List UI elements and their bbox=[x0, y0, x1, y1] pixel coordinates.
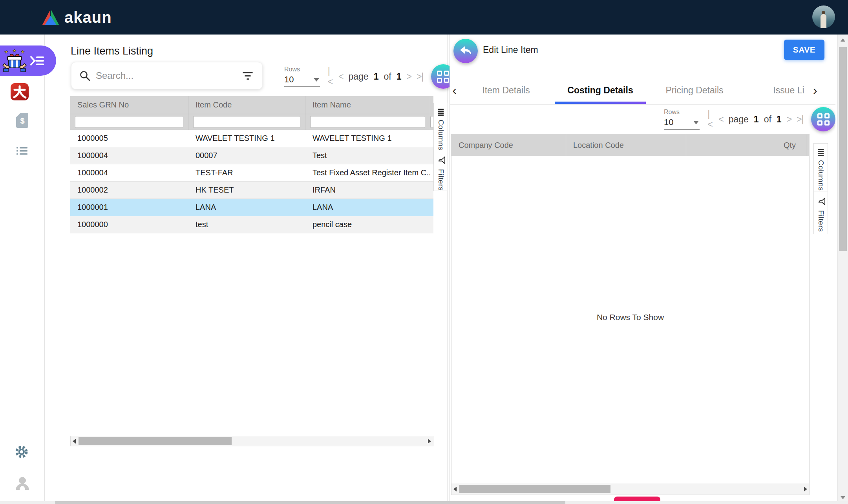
filters-tool-tab[interactable]: Filters bbox=[433, 150, 448, 191]
total-pages: 1 bbox=[777, 114, 782, 125]
gear-icon bbox=[15, 445, 29, 459]
tabs-scroll-right[interactable]: › bbox=[805, 77, 835, 103]
scroll-left-arrow[interactable] bbox=[73, 439, 76, 444]
settings-gear-icon[interactable] bbox=[15, 445, 29, 459]
next-page-button[interactable]: > bbox=[406, 71, 411, 82]
total-pages: 1 bbox=[397, 71, 402, 82]
first-page-button[interactable]: |< bbox=[707, 109, 713, 130]
filter-input-sales-grn-no[interactable] bbox=[75, 116, 183, 128]
search-filter-icon[interactable] bbox=[241, 71, 254, 81]
tab-costing-details[interactable]: Costing Details bbox=[553, 76, 647, 104]
sidebar-item-gift-active[interactable]: ★ ★ ★ bbox=[0, 45, 56, 76]
column-header-overflow bbox=[430, 96, 433, 114]
svg-text:$: $ bbox=[20, 116, 24, 125]
table-header-row: Sales GRN No Item Code Item Name bbox=[70, 96, 433, 114]
left-pagination: Rows 10 |< < page 1 of 1 > >| bbox=[284, 64, 455, 89]
right-horizontal-scrollbar[interactable] bbox=[451, 484, 809, 495]
last-page-button[interactable]: >| bbox=[797, 114, 803, 125]
line-items-table: Sales GRN No Item Code Item Name 1000005… bbox=[70, 96, 433, 233]
akaun-triangle-icon bbox=[42, 9, 60, 25]
svg-text:★: ★ bbox=[4, 49, 8, 54]
right-pagination: Rows 10 |< < page 1 of 1 > >| bbox=[664, 107, 835, 131]
search-bar bbox=[71, 62, 263, 89]
table-header-row: Company Code Location Code Qty bbox=[451, 135, 809, 156]
rows-value: 10 bbox=[284, 75, 294, 85]
cjk-character-icon bbox=[12, 84, 27, 99]
table-row-selected[interactable]: 1000001 LANA LANA bbox=[70, 199, 433, 216]
scroll-up-arrow[interactable] bbox=[841, 38, 845, 42]
scroll-left-arrow[interactable] bbox=[453, 487, 457, 491]
rows-per-page-select[interactable]: Rows 10 bbox=[284, 66, 320, 87]
back-button[interactable] bbox=[453, 39, 478, 63]
app-sidebar bbox=[0, 35, 45, 504]
right-grid-side-tabs: Columns Filters bbox=[813, 143, 828, 234]
table-row[interactable]: 1000004 00007 Test bbox=[70, 147, 433, 164]
costing-details-grid: Company Code Location Code Qty No Rows T… bbox=[451, 134, 810, 495]
prev-page-button[interactable]: < bbox=[338, 71, 343, 82]
first-page-button[interactable]: |< bbox=[328, 66, 333, 87]
column-header-item-code[interactable]: Item Code bbox=[188, 96, 305, 114]
filter-input-item-code[interactable] bbox=[193, 116, 300, 128]
detail-tabs: ‹ Item Details Costing Details Pricing D… bbox=[450, 76, 835, 105]
filter-input-item-name[interactable] bbox=[310, 116, 425, 128]
user-avatar[interactable] bbox=[812, 5, 835, 28]
person-icon bbox=[15, 477, 29, 490]
column-header-location-code[interactable]: Location Code bbox=[566, 135, 686, 156]
filters-tool-tab[interactable]: Filters bbox=[813, 191, 828, 234]
empty-state-message: No Rows To Show bbox=[451, 313, 809, 322]
window-horizontal-scrollbar[interactable] bbox=[0, 501, 848, 504]
sidebar-item-red-app[interactable] bbox=[11, 83, 29, 100]
next-page-button[interactable]: > bbox=[787, 114, 791, 125]
search-input[interactable] bbox=[95, 70, 241, 82]
scroll-right-arrow[interactable] bbox=[428, 439, 431, 444]
tabs-scroll-left[interactable]: ‹ bbox=[450, 76, 459, 104]
column-header-sales-grn-no[interactable]: Sales GRN No bbox=[70, 96, 188, 114]
prev-page-button[interactable]: < bbox=[718, 114, 723, 125]
edit-line-item-panel: Edit Line Item SAVE ‹ Item Details Costi… bbox=[450, 35, 835, 504]
grid-menu-button[interactable] bbox=[811, 107, 835, 131]
svg-text:★: ★ bbox=[13, 49, 16, 53]
columns-tool-tab[interactable]: Columns bbox=[813, 143, 828, 191]
tab-pricing-details[interactable]: Pricing Details bbox=[647, 76, 742, 104]
columns-icon bbox=[438, 109, 444, 116]
last-page-button[interactable]: >| bbox=[417, 71, 423, 82]
column-header-qty[interactable]: Qty bbox=[686, 135, 806, 156]
line-items-listing-panel: Line Items Listing Rows 10 |< < page bbox=[69, 35, 448, 504]
table-body: 1000005 WAVELET TESTING 1 WAVELET TESTIN… bbox=[70, 130, 433, 233]
app-root: akaun ★ ★ ★ bbox=[0, 0, 848, 504]
sidebar-item-list[interactable] bbox=[16, 147, 27, 155]
scrollbar-thumb[interactable] bbox=[55, 501, 565, 504]
left-horizontal-scrollbar[interactable] bbox=[70, 436, 433, 446]
tab-item-details[interactable]: Item Details bbox=[459, 76, 553, 104]
table-row[interactable]: 1000002 HK TESET IRFAN bbox=[70, 182, 433, 199]
dollar-file-icon: $ bbox=[16, 113, 29, 128]
scroll-down-arrow[interactable] bbox=[841, 496, 845, 499]
table-body-empty: No Rows To Show bbox=[451, 156, 809, 484]
scroll-right-arrow[interactable] bbox=[804, 487, 807, 491]
sidebar-collapse-icon bbox=[29, 55, 44, 66]
four-squares-icon bbox=[437, 71, 449, 83]
columns-tool-tab[interactable]: Columns bbox=[433, 103, 448, 150]
rows-value: 10 bbox=[664, 117, 673, 127]
list-icon bbox=[16, 147, 27, 155]
scrollbar-thumb[interactable] bbox=[839, 47, 847, 251]
table-filter-row bbox=[70, 114, 433, 130]
column-header-item-name[interactable]: Item Name bbox=[305, 96, 430, 114]
sidebar-item-billing[interactable]: $ bbox=[16, 113, 29, 128]
brand-logo: akaun bbox=[42, 9, 112, 26]
table-row[interactable]: 1000004 TEST-FAR Test Fixed Asset Regist… bbox=[70, 164, 433, 182]
rows-per-page-select[interactable]: Rows 10 bbox=[664, 109, 700, 130]
save-button[interactable]: SAVE bbox=[784, 40, 824, 60]
table-row[interactable]: 1000000 test pencil case bbox=[70, 216, 433, 233]
scrollbar-thumb[interactable] bbox=[79, 437, 232, 445]
scrollbar-thumb[interactable] bbox=[459, 485, 610, 493]
window-vertical-scrollbar[interactable] bbox=[837, 35, 848, 504]
table-row[interactable]: 1000005 WAVELET TESTING 1 WAVELET TESTIN… bbox=[70, 130, 433, 147]
funnel-icon bbox=[436, 156, 446, 165]
filter-input-overflow bbox=[430, 116, 433, 128]
profile-person-icon[interactable] bbox=[15, 477, 29, 490]
gift-icon: ★ ★ ★ bbox=[2, 49, 27, 73]
page-title: Line Items Listing bbox=[71, 45, 153, 57]
search-icon bbox=[79, 70, 90, 81]
column-header-company-code[interactable]: Company Code bbox=[451, 135, 566, 156]
